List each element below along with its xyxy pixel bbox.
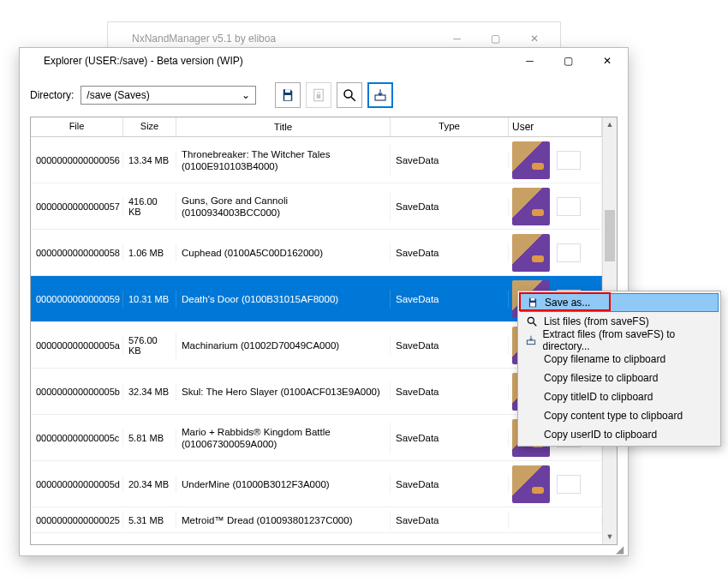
context-menu-label: Copy userID to clipboard	[544, 429, 657, 441]
app-icon	[115, 33, 127, 45]
context-menu-item[interactable]: Extract files (from saveFS) to directory…	[520, 331, 719, 350]
directory-value: /save (Saves)	[87, 89, 149, 101]
user-avatar-icon	[512, 465, 550, 503]
user-avatar-icon	[512, 188, 550, 225]
context-menu-item[interactable]: Copy titleID to clipboard	[520, 387, 719, 406]
context-menu-item[interactable]: Copy filesize to clipboard	[520, 369, 719, 387]
cell-size: 576.00 KB	[123, 332, 176, 359]
cell-size: 5.81 MB	[123, 429, 176, 447]
list-files-button[interactable]	[337, 82, 362, 108]
context-menu: Save as...List files (from saveFS)Extrac…	[517, 291, 721, 447]
cell-file: 000000000000005b	[31, 383, 123, 400]
cell-user	[509, 138, 602, 183]
table-row[interactable]: 000000000000005d20.34 MBUnderMine (01000…	[31, 461, 602, 507]
directory-select[interactable]: /save (Saves) ⌄	[81, 86, 256, 105]
cell-file: 000000000000005a	[31, 337, 123, 354]
cell-type: SaveData	[391, 383, 509, 400]
table-row[interactable]: 000000000000005a576.00 KBMachinarium (01…	[31, 322, 602, 369]
cell-file: 000000000000005c	[31, 429, 123, 447]
cell-title: Thronebreaker: The Witcher Tales (0100E9…	[176, 145, 391, 177]
cell-type: SaveData	[391, 429, 509, 447]
user-avatar-icon	[512, 234, 550, 272]
cell-title: Death's Door (0100B31015AF8000)	[176, 290, 391, 309]
table-row[interactable]: 00000000000000255.31 MBMetroid™ Dread (0…	[31, 507, 602, 533]
context-menu-item[interactable]: Copy userID to clipboard	[520, 425, 719, 444]
cell-type: SaveData	[391, 152, 509, 169]
cell-type: SaveData	[391, 337, 509, 354]
cell-size: 32.34 MB	[123, 383, 176, 400]
user-avatar-icon	[512, 141, 550, 179]
cell-file: 0000000000000056	[31, 152, 123, 169]
cell-user	[509, 184, 602, 229]
cell-size: 20.34 MB	[123, 476, 176, 493]
directory-label: Directory:	[30, 89, 74, 101]
window-title: Explorer (USER:/save) - Beta version (WI…	[44, 55, 510, 67]
extract-icon	[523, 334, 540, 346]
cell-file: 0000000000000057	[31, 198, 123, 215]
context-menu-label: Extract files (from saveFS) to directory…	[543, 328, 712, 352]
table-row[interactable]: 0000000000000057416.00 KBGuns, Gore and …	[31, 183, 602, 230]
cell-size: 1.06 MB	[123, 244, 176, 261]
user-blank	[557, 151, 581, 170]
titlebar[interactable]: Explorer (USER:/save) - Beta version (WI…	[20, 48, 628, 74]
context-menu-item[interactable]: Copy content type to clipboard	[520, 406, 719, 425]
user-blank	[557, 475, 581, 494]
extract-button[interactable]	[367, 82, 393, 108]
cell-type: SaveData	[391, 244, 509, 261]
cell-title: Machinarium (01002D70049CA000)	[176, 336, 391, 355]
table-header: File Size Title Type User	[31, 117, 602, 137]
cell-type: SaveData	[391, 512, 509, 529]
toolbar: Directory: /save (Saves) ⌄	[20, 74, 628, 113]
col-size[interactable]: Size	[123, 117, 176, 136]
context-menu-item[interactable]: Copy filename to clipboard	[520, 350, 719, 369]
context-menu-label: List files (from saveFS)	[544, 315, 649, 327]
cell-title: Guns, Gore and Cannoli (0100934003BCC000…	[176, 191, 391, 223]
table-row[interactable]: 00000000000000581.06 MBCuphead (0100A5C0…	[31, 230, 602, 276]
table-row[interactable]: 000000000000005613.34 MBThronebreaker: T…	[31, 137, 602, 183]
save-icon	[524, 297, 541, 309]
cell-size: 416.00 KB	[123, 193, 176, 220]
cell-title: Mario + Rabbids® Kingdom Battle (0100673…	[176, 423, 391, 454]
chevron-down-icon: ⌄	[242, 89, 250, 101]
context-menu-label: Copy filename to clipboard	[544, 353, 665, 365]
minimize-button[interactable]: ─	[510, 49, 549, 73]
scrollbar-thumb[interactable]	[605, 210, 615, 261]
table-row[interactable]: 000000000000005c5.81 MBMario + Rabbids® …	[31, 415, 602, 461]
cell-file: 0000000000000059	[31, 291, 123, 308]
app-icon	[27, 55, 39, 67]
decrypt-button	[306, 82, 331, 108]
scroll-up-icon[interactable]: ▲	[603, 117, 617, 132]
cell-type: SaveData	[391, 198, 509, 215]
cell-title: UnderMine (01000B3012F3A000)	[176, 475, 391, 494]
cell-file: 0000000000000058	[31, 244, 123, 261]
context-menu-item[interactable]: Save as...	[520, 293, 719, 312]
maximize-button[interactable]: ▢	[549, 49, 588, 73]
table-row[interactable]: 000000000000005910.31 MBDeath's Door (01…	[31, 276, 602, 322]
col-file[interactable]: File	[31, 117, 123, 136]
context-menu-label: Copy filesize to clipboard	[544, 372, 658, 384]
cell-type: SaveData	[391, 291, 509, 308]
context-menu-label: Copy titleID to clipboard	[544, 391, 653, 403]
col-type[interactable]: Type	[391, 117, 509, 136]
cell-file: 0000000000000025	[31, 512, 123, 529]
cell-title: Cuphead (0100A5C00D162000)	[176, 243, 391, 262]
save-button[interactable]	[275, 82, 301, 108]
cell-size: 10.31 MB	[123, 291, 176, 308]
context-menu-label: Save as...	[545, 297, 590, 309]
table-row[interactable]: 000000000000005b32.34 MBSkul: The Hero S…	[31, 369, 602, 415]
close-button[interactable]: ✕	[588, 49, 626, 73]
user-blank	[557, 243, 581, 262]
col-title[interactable]: Title	[176, 117, 391, 136]
cell-user	[509, 517, 602, 524]
user-blank	[557, 197, 581, 216]
cell-file: 000000000000005d	[31, 476, 123, 493]
cell-type: SaveData	[391, 476, 509, 493]
context-menu-label: Copy content type to clipboard	[544, 410, 683, 422]
scroll-down-icon[interactable]: ▼	[603, 530, 617, 544]
cell-title: Metroid™ Dread (010093801237C000)	[176, 511, 391, 530]
parent-window-title: NxNandManager v5.1 by eliboa	[132, 33, 438, 45]
cell-size: 5.31 MB	[123, 512, 176, 529]
cell-user	[509, 462, 602, 507]
resize-grip-icon[interactable]: ◢	[616, 543, 624, 552]
col-user[interactable]: User	[509, 117, 602, 136]
